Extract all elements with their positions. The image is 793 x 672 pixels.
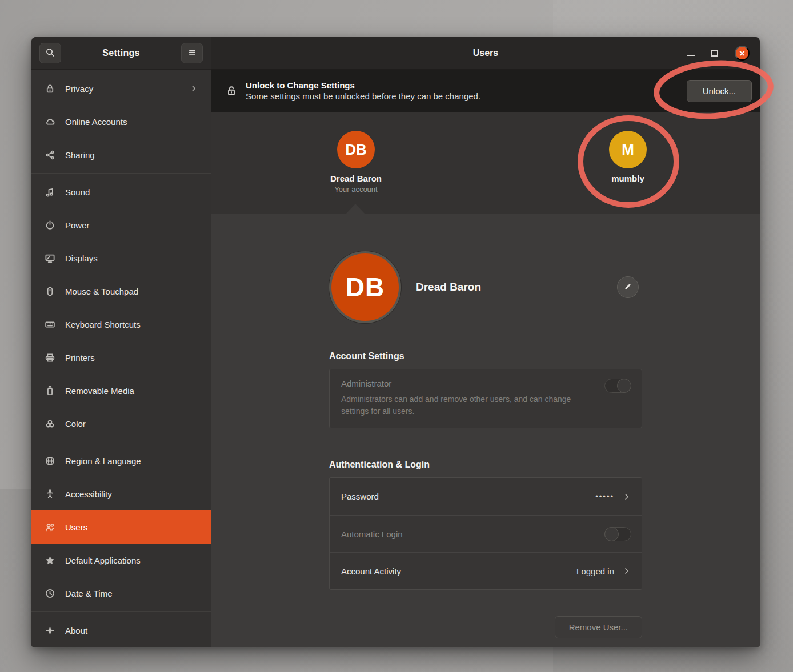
lock-icon: [44, 83, 55, 94]
sidebar-item-label: Privacy: [65, 84, 93, 94]
search-icon: [45, 47, 55, 59]
unlock-banner: Unlock to Change Settings Some settings …: [211, 70, 760, 112]
sidebar-item-label: Date & Time: [65, 589, 113, 598]
password-row[interactable]: Password •••••: [330, 478, 642, 515]
administrator-toggle[interactable]: [604, 379, 631, 393]
user-name: Dread Baron: [330, 174, 382, 183]
hamburger-icon: [187, 47, 197, 59]
mouse-icon: [44, 285, 55, 297]
administrator-label: Administrator: [341, 379, 630, 388]
sidebar-item-label: About: [65, 626, 87, 635]
account-activity-row[interactable]: Account Activity Logged in: [330, 552, 642, 589]
star-icon: [44, 554, 55, 566]
user-name: mumbly: [611, 174, 644, 183]
sidebar-item-label: Printers: [65, 353, 95, 363]
sidebar-divider: [31, 173, 211, 174]
minimize-button[interactable]: [687, 55, 695, 56]
sidebar-nav: PrivacyOnline AccountsSharingSoundPowerD…: [31, 70, 211, 647]
account-activity-label: Account Activity: [341, 566, 401, 576]
menu-button[interactable]: [181, 43, 203, 63]
profile-avatar[interactable]: DB: [329, 251, 401, 323]
sidebar-item-privacy[interactable]: Privacy: [31, 72, 211, 105]
sidebar-item-power[interactable]: Power: [31, 208, 211, 242]
sidebar-item-region-language[interactable]: Region & Language: [31, 444, 211, 477]
unlock-button[interactable]: Unlock...: [687, 80, 752, 102]
display-icon: [44, 252, 55, 264]
sidebar-item-color[interactable]: Color: [31, 407, 211, 440]
sidebar-divider: [31, 442, 211, 442]
cloud-icon: [44, 116, 55, 127]
users-icon: [44, 521, 55, 533]
sidebar-title: Settings: [102, 48, 140, 58]
sidebar-item-label: Users: [65, 522, 87, 532]
automatic-login-row: Automatic Login: [330, 515, 642, 552]
usb-icon: [44, 385, 55, 396]
page-title: Users: [211, 48, 760, 58]
user-card-mumbly[interactable]: M mumbly: [576, 131, 679, 183]
user-carousel: DB Dread Baron Your account M mumbly: [211, 112, 760, 214]
settings-window: Settings PrivacyOnline AccountsSharingSo…: [31, 37, 760, 647]
unlock-banner-subtitle: Some settings must be unlocked before th…: [246, 91, 480, 101]
sidebar-header: Settings: [31, 37, 211, 70]
sidebar-item-label: Sharing: [65, 150, 95, 160]
sidebar-item-online-accounts[interactable]: Online Accounts: [31, 105, 211, 138]
sidebar-item-keyboard-shortcuts[interactable]: Keyboard Shortcuts: [31, 308, 211, 341]
sidebar-item-accessibility[interactable]: Accessibility: [31, 477, 211, 510]
auth-login-heading: Authentication & Login: [329, 460, 642, 470]
sidebar-item-label: Power: [65, 220, 90, 230]
sidebar-item-removable-media[interactable]: Removable Media: [31, 374, 211, 407]
automatic-login-label: Automatic Login: [341, 529, 403, 539]
sidebar-item-default-applications[interactable]: Default Applications: [31, 544, 211, 577]
sidebar-item-displays[interactable]: Displays: [31, 242, 211, 275]
chevron-right-icon: [622, 492, 631, 501]
sidebar-item-label: Sound: [65, 187, 90, 197]
auth-login-box: Password ••••• Automatic Login Accou: [329, 477, 642, 590]
selected-user-notch: [346, 204, 365, 214]
main-panel: Users × Unlock to Change Settings Some s…: [211, 37, 760, 647]
sidebar-item-mouse-touchpad[interactable]: Mouse & Touchpad: [31, 275, 211, 308]
chevron-right-icon: [622, 566, 631, 576]
user-card-dread-baron[interactable]: DB Dread Baron Your account: [305, 131, 407, 194]
sidebar-item-label: Online Accounts: [65, 117, 127, 127]
sidebar-item-about[interactable]: About: [31, 614, 211, 647]
sidebar-item-sound[interactable]: Sound: [31, 175, 211, 208]
note-icon: [44, 186, 55, 198]
password-label: Password: [341, 492, 379, 501]
sidebar-item-printers[interactable]: Printers: [31, 341, 211, 374]
close-button[interactable]: ×: [735, 46, 750, 61]
account-settings-heading: Account Settings: [329, 351, 642, 361]
sidebar: Settings PrivacyOnline AccountsSharingSo…: [31, 37, 211, 647]
sidebar-item-label: Removable Media: [65, 386, 134, 396]
automatic-login-toggle[interactable]: [604, 527, 631, 541]
sidebar-item-label: Default Applications: [65, 556, 141, 565]
profile-name: Dread Baron: [416, 281, 481, 293]
edit-name-button[interactable]: [617, 276, 639, 298]
sidebar-item-label: Accessibility: [65, 489, 112, 499]
accessibility-icon: [44, 488, 55, 500]
power-icon: [44, 219, 55, 231]
administrator-row: Administrator Administrators can add and…: [329, 369, 642, 428]
sidebar-item-date-time[interactable]: Date & Time: [31, 577, 211, 610]
sidebar-item-label: Displays: [65, 253, 98, 263]
clock-icon: [44, 588, 55, 599]
share-icon: [44, 149, 55, 160]
maximize-button[interactable]: [711, 50, 718, 57]
keyboard-icon: [44, 319, 55, 330]
sidebar-item-users[interactable]: Users: [31, 510, 211, 544]
account-activity-value: Logged in: [576, 566, 614, 576]
profile-row: DB Dread Baron: [329, 250, 642, 325]
sidebar-divider: [31, 611, 211, 612]
password-dots: •••••: [595, 492, 614, 501]
lock-icon: [226, 85, 237, 96]
unlock-banner-title: Unlock to Change Settings: [246, 81, 480, 90]
remove-user-button[interactable]: Remove User...: [555, 616, 642, 638]
sidebar-item-label: Keyboard Shortcuts: [65, 320, 141, 329]
color-icon: [44, 418, 55, 429]
titlebar: Users ×: [211, 37, 760, 70]
sidebar-item-label: Region & Language: [65, 456, 141, 466]
sparkle-icon: [44, 625, 55, 636]
pencil-icon: [623, 282, 632, 293]
sidebar-item-sharing[interactable]: Sharing: [31, 138, 211, 171]
chevron-right-icon: [189, 84, 198, 93]
search-button[interactable]: [39, 43, 61, 63]
